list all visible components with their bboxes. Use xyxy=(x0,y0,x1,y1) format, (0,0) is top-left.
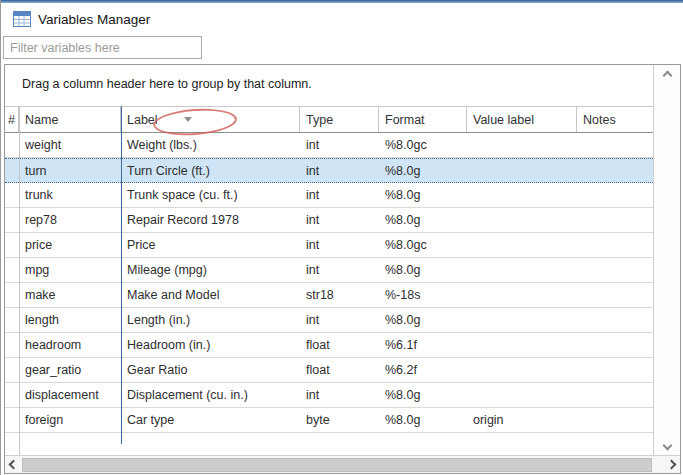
variable-name-cell: length xyxy=(19,308,121,332)
variable-format-cell: %8.0g xyxy=(379,308,467,332)
table-grid-icon xyxy=(13,11,31,27)
variable-value-label-cell xyxy=(467,183,577,207)
sort-descending-icon[interactable] xyxy=(184,117,192,122)
scroll-up-button[interactable] xyxy=(654,67,680,83)
column-header-format[interactable]: Format xyxy=(379,107,467,132)
column-header-label-text: Label xyxy=(127,113,158,127)
filter-variables-input[interactable] xyxy=(3,36,202,59)
chevron-left-icon xyxy=(9,460,19,470)
grid-header-row: # Name Label Type Format Value label Not… xyxy=(5,106,653,133)
row-number-cell xyxy=(5,408,19,432)
row-number-cell xyxy=(5,258,19,282)
scroll-right-button[interactable] xyxy=(663,456,680,473)
variable-value-label-cell xyxy=(467,208,577,232)
column-header-value-label[interactable]: Value label xyxy=(467,107,577,132)
row-number-cell xyxy=(5,183,19,207)
variable-format-cell: %8.0g xyxy=(379,383,467,407)
scroll-left-button[interactable] xyxy=(5,456,22,473)
variable-notes-cell xyxy=(577,233,653,257)
variable-row[interactable]: headroom Headroom (in.) float %6.1f xyxy=(5,333,653,358)
variable-row[interactable]: length Length (in.) int %8.0g xyxy=(5,308,653,333)
variable-format-cell: %8.0g xyxy=(379,258,467,282)
group-by-dropzone[interactable]: Drag a column header here to group by th… xyxy=(5,65,653,106)
variable-value-label-cell xyxy=(467,283,577,307)
variable-value-label-cell xyxy=(467,233,577,257)
column-header-type[interactable]: Type xyxy=(300,107,379,132)
variable-notes-cell xyxy=(577,383,653,407)
scroll-down-button[interactable] xyxy=(654,437,680,453)
variable-type-cell: int xyxy=(300,233,379,257)
variable-notes-cell xyxy=(577,358,653,382)
number-column-separator xyxy=(19,106,20,458)
variable-value-label-cell xyxy=(467,333,577,357)
chevron-right-icon xyxy=(667,460,677,470)
row-number-cell xyxy=(5,159,19,182)
variable-format-cell: %6.2f xyxy=(379,358,467,382)
row-number-cell xyxy=(5,208,19,232)
variable-type-cell: int xyxy=(300,208,379,232)
variable-notes-cell xyxy=(577,283,653,307)
column-header-name[interactable]: Name xyxy=(19,107,121,132)
variable-type-cell: float xyxy=(300,358,379,382)
variable-format-cell: %8.0gc xyxy=(379,133,467,157)
variable-label-cell: Turn Circle (ft.) xyxy=(121,159,300,182)
variable-row[interactable]: price Price int %8.0gc xyxy=(5,233,653,258)
variable-row[interactable]: weight Weight (lbs.) int %8.0gc xyxy=(5,133,653,158)
variable-name-cell: headroom xyxy=(19,333,121,357)
variable-format-cell: %-18s xyxy=(379,283,467,307)
variable-format-cell: %8.0g xyxy=(379,408,467,432)
variable-name-cell: make xyxy=(19,283,121,307)
variable-row[interactable]: turn Turn Circle (ft.) int %8.0g xyxy=(5,158,653,183)
variable-name-cell: mpg xyxy=(19,258,121,282)
variable-row[interactable]: mpg Mileage (mpg) int %8.0g xyxy=(5,258,653,283)
grid-body: weight Weight (lbs.) int %8.0gc turn Tur… xyxy=(5,133,653,433)
variable-name-cell: weight xyxy=(19,133,121,157)
variable-type-cell: int xyxy=(300,159,379,182)
variable-row[interactable]: foreign Car type byte %8.0g origin xyxy=(5,408,653,433)
sorted-column-separator xyxy=(121,106,122,444)
variable-row[interactable]: displacement Displacement (cu. in.) int … xyxy=(5,383,653,408)
variable-notes-cell xyxy=(577,258,653,282)
variable-label-cell: Length (in.) xyxy=(121,308,300,332)
variable-type-cell: float xyxy=(300,333,379,357)
horizontal-scrollbar[interactable] xyxy=(5,455,680,473)
variable-row[interactable]: rep78 Repair Record 1978 int %8.0g xyxy=(5,208,653,233)
variable-row[interactable]: gear_ratio Gear Ratio float %6.2f xyxy=(5,358,653,383)
variables-grid-panel: Drag a column header here to group by th… xyxy=(4,64,681,474)
variable-label-cell: Gear Ratio xyxy=(121,358,300,382)
variable-type-cell: int xyxy=(300,133,379,157)
variable-type-cell: byte xyxy=(300,408,379,432)
variable-format-cell: %8.0g xyxy=(379,159,467,182)
variable-label-cell: Mileage (mpg) xyxy=(121,258,300,282)
horizontal-scrollbar-thumb[interactable] xyxy=(22,458,652,472)
variables-manager-window: Variables Manager Drag a column header h… xyxy=(0,0,683,475)
chevron-up-icon xyxy=(662,70,672,80)
variable-type-cell: int xyxy=(300,308,379,332)
variable-type-cell: int xyxy=(300,258,379,282)
column-header-label[interactable]: Label xyxy=(121,107,300,132)
variable-label-cell: Weight (lbs.) xyxy=(121,133,300,157)
variable-format-cell: %8.0g xyxy=(379,208,467,232)
vertical-scrollbar[interactable] xyxy=(653,65,680,455)
variable-label-cell: Repair Record 1978 xyxy=(121,208,300,232)
column-header-notes[interactable]: Notes xyxy=(577,107,653,132)
variable-row[interactable]: trunk Trunk space (cu. ft.) int %8.0g xyxy=(5,183,653,208)
variable-row[interactable]: make Make and Model str18 %-18s xyxy=(5,283,653,308)
row-number-cell xyxy=(5,358,19,382)
variable-value-label-cell: origin xyxy=(467,408,577,432)
panel-title: Variables Manager xyxy=(38,12,150,27)
variable-value-label-cell xyxy=(467,308,577,332)
column-header-number[interactable]: # xyxy=(5,107,19,132)
variable-value-label-cell xyxy=(467,383,577,407)
variable-value-label-cell xyxy=(467,358,577,382)
variable-value-label-cell xyxy=(467,133,577,157)
variable-label-cell: Displacement (cu. in.) xyxy=(121,383,300,407)
variable-name-cell: price xyxy=(19,233,121,257)
variable-notes-cell xyxy=(577,308,653,332)
variable-format-cell: %6.1f xyxy=(379,333,467,357)
variable-name-cell: displacement xyxy=(19,383,121,407)
variable-label-cell: Price xyxy=(121,233,300,257)
variable-name-cell: trunk xyxy=(19,183,121,207)
variable-type-cell: int xyxy=(300,383,379,407)
variable-notes-cell xyxy=(577,133,653,157)
